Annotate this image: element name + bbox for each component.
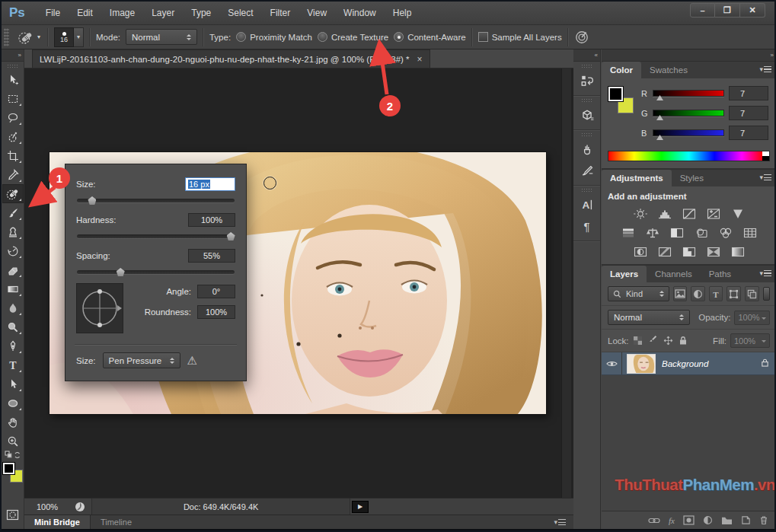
slider-thumb[interactable] (88, 196, 96, 205)
clone-stamp-tool[interactable] (2, 222, 24, 241)
angle-value[interactable]: 0° (197, 285, 235, 298)
pen-tool[interactable] (2, 336, 24, 355)
swap-colors-icon[interactable] (5, 451, 21, 460)
dock-gripper[interactable] (581, 188, 593, 192)
paragraph-panel-icon[interactable]: ¶ (576, 215, 599, 237)
levels-icon[interactable] (656, 207, 673, 220)
brush-presets-panel-icon[interactable] (576, 139, 599, 160)
panel-menu-icon[interactable]: ▾ (759, 65, 771, 73)
filter-smart-objects-icon[interactable] (745, 286, 759, 301)
menu-file[interactable]: File (37, 2, 69, 24)
green-slider[interactable] (653, 110, 724, 116)
delete-layer-trash-icon[interactable] (759, 515, 768, 525)
red-value-input[interactable]: 7 (729, 86, 768, 100)
eraser-tool[interactable] (2, 260, 24, 279)
panel-menu-icon[interactable]: ▾ (554, 518, 566, 526)
blur-tool[interactable] (2, 298, 24, 317)
foreground-color-swatch[interactable] (608, 86, 624, 102)
gradient-map-icon[interactable] (704, 245, 722, 258)
move-tool[interactable] (2, 70, 24, 89)
posterize-icon[interactable] (656, 245, 673, 258)
blue-value-input[interactable]: 7 (729, 126, 768, 140)
blue-slider[interactable] (653, 129, 724, 136)
visibility-eye-icon[interactable] (602, 352, 622, 374)
layer-style-fx-icon[interactable]: fx (669, 516, 675, 525)
panel-menu-icon[interactable]: ▾ (759, 269, 771, 277)
channel-mixer-icon[interactable] (717, 226, 734, 239)
opacity-dropdown[interactable]: 100% (734, 311, 770, 325)
menu-type[interactable]: Type (183, 2, 219, 24)
zoom-level[interactable]: 100% (24, 502, 69, 511)
history-panel-icon[interactable] (576, 70, 599, 91)
menu-view[interactable]: View (299, 2, 335, 24)
tab-color[interactable]: Color (602, 62, 641, 78)
tab-timeline[interactable]: Timeline (91, 515, 142, 529)
filter-shape-layers-icon[interactable] (727, 286, 741, 301)
layer-thumbnail[interactable] (627, 354, 656, 374)
green-value-input[interactable]: 7 (729, 106, 768, 120)
maximize-button[interactable]: ❐ (715, 3, 740, 18)
dodge-tool[interactable] (2, 317, 24, 336)
brush-settings-panel-icon[interactable] (576, 160, 599, 181)
character-panel-icon[interactable]: A (576, 194, 599, 215)
layer-row-background[interactable]: Background (602, 352, 776, 375)
filtering-toggle[interactable] (763, 287, 770, 301)
path-selection-tool[interactable] (2, 374, 24, 393)
black-white-icon[interactable] (668, 226, 685, 239)
minimize-button[interactable]: – (690, 3, 715, 18)
document-tab[interactable]: LWLijP-20161103-anh-chan-dung-20-nguoi-p… (32, 49, 430, 68)
crop-tool[interactable] (2, 146, 24, 165)
brightness-contrast-icon[interactable] (631, 207, 649, 220)
brush-tool[interactable] (2, 203, 24, 222)
radio-create-texture[interactable]: Create Texture (318, 32, 388, 42)
lock-all-icon[interactable] (679, 336, 688, 346)
brush-size-input[interactable]: 16 px (185, 177, 235, 191)
hardness-value[interactable]: 100% (188, 213, 235, 227)
brush-preview-picker[interactable]: 16 ▾ (54, 27, 84, 47)
options-gripper[interactable] (4, 28, 9, 46)
filter-type-layers-icon[interactable]: T (709, 286, 723, 301)
color-swatches-mini[interactable] (608, 86, 634, 113)
close-button[interactable]: ✕ (740, 3, 765, 18)
slider-thumb[interactable] (656, 95, 663, 100)
layer-name[interactable]: Background (662, 359, 761, 368)
tablet-pressure-icon[interactable] (574, 30, 589, 45)
dock-gripper[interactable] (581, 132, 593, 136)
slider-thumb[interactable] (656, 115, 663, 120)
ellipse-shape-tool[interactable] (2, 393, 24, 413)
history-brush-tool[interactable] (2, 241, 24, 260)
slider-thumb[interactable] (656, 135, 663, 140)
dock-gripper[interactable] (581, 64, 593, 68)
horizontal-type-tool[interactable]: T (2, 355, 24, 374)
zoom-tool[interactable] (2, 432, 24, 451)
vertical-scrollbar[interactable] (561, 68, 571, 498)
expand-dock-chevrons-icon[interactable]: « (573, 49, 600, 62)
quick-selection-tool[interactable] (2, 127, 24, 146)
pen-pressure-dropdown[interactable]: Pen Pressure (103, 352, 180, 368)
color-balance-icon[interactable] (643, 226, 661, 239)
fill-dropdown[interactable]: 100% (730, 333, 770, 348)
toolbar-gripper[interactable] (7, 64, 19, 68)
menu-layer[interactable]: Layer (143, 2, 183, 24)
menu-edit[interactable]: Edit (69, 2, 101, 24)
menu-window[interactable]: Window (335, 2, 385, 24)
lock-pixels-icon[interactable] (648, 336, 658, 346)
invert-icon[interactable] (631, 245, 649, 258)
menu-help[interactable]: Help (385, 2, 420, 24)
status-options-arrow-icon[interactable]: ▶ (352, 501, 369, 513)
lock-position-icon[interactable] (663, 336, 673, 346)
collapse-dock-chevrons-icon[interactable]: » (602, 49, 776, 62)
dock-gripper[interactable] (581, 98, 593, 102)
tab-adjustments[interactable]: Adjustments (602, 170, 672, 186)
tab-mini-bridge[interactable]: Mini Bridge (24, 515, 91, 529)
radio-proximity-match[interactable]: Proximity Match (236, 32, 312, 42)
radio-content-aware[interactable]: Content-Aware (394, 32, 466, 42)
roundness-value[interactable]: 100% (197, 305, 235, 319)
3d-panel-icon[interactable] (576, 104, 599, 126)
sample-all-layers-checkbox[interactable]: Sample All Layers (478, 32, 562, 42)
threshold-icon[interactable] (680, 245, 698, 258)
rectangular-marquee-tool[interactable] (2, 89, 24, 108)
vibrance-icon[interactable] (729, 207, 746, 220)
menu-filter[interactable]: Filter (262, 2, 299, 24)
color-spectrum-ramp[interactable] (608, 151, 770, 161)
